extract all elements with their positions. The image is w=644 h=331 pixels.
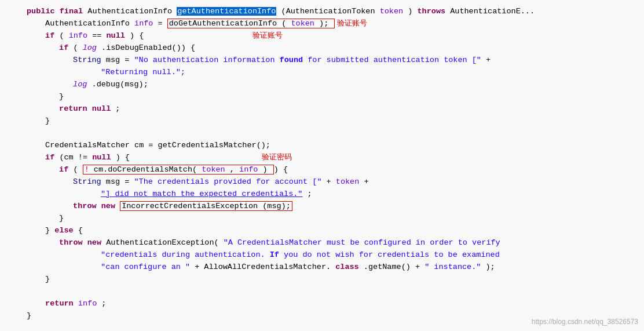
code-8: } (27, 91, 639, 103)
code-12: if (cm != null ) { 验证密码 (27, 152, 639, 164)
code-11: CredentialsMatcher cm = getCredentialsMa… (27, 140, 639, 152)
line-23: return info ; (0, 298, 644, 310)
line-7: log .debug(msg); (0, 79, 644, 91)
code-1: public final AuthenticationInfo getAuthe… (27, 6, 639, 18)
line-5: String msg = "No authentication informat… (0, 54, 644, 67)
line-blank1 (0, 128, 644, 140)
line-19: throw new AuthenticationException( "A Cr… (0, 237, 644, 249)
code-18: } else { (27, 225, 639, 237)
annotation-row: if ( info == null ) { 验证账号 (0, 30, 644, 42)
kw-final: final (60, 7, 83, 16)
line-1: public final AuthenticationInfo getAuthe… (0, 6, 644, 18)
line-18: } else { (0, 225, 644, 237)
line-10: } (0, 115, 644, 128)
code-block: public final AuthenticationInfo getAuthe… (0, 0, 644, 331)
annotation-1: 验证账号 (337, 19, 367, 28)
kw-public: public (27, 7, 55, 16)
code-15: "] did not match the expected credential… (27, 188, 639, 201)
line-17: } (0, 213, 644, 225)
code-4: if ( log .isDebugEnabled()) { (27, 42, 639, 54)
kw-throws: throws (418, 7, 446, 16)
line-4: if ( log .isDebugEnabled()) { (0, 42, 644, 54)
code-17: } (27, 213, 639, 225)
line-3: if ( info == null ) { 验证账号 (0, 30, 644, 42)
code-19: throw new AuthenticationException( "A Cr… (27, 237, 639, 249)
line-16: throw new IncorrectCredentialsException … (0, 201, 644, 213)
code-14: String msg = "The credentials provided f… (27, 176, 639, 188)
line-6: "Returning null."; (0, 67, 644, 79)
code-13: if ( ! cm.doCredentialsMatch( token , in… (27, 164, 639, 176)
code-20: "credentials during authentication. If y… (27, 249, 639, 261)
box-incorrect-creds: IncorrectCredentialsException (msg); (120, 201, 292, 211)
code-21: "can configure an " + AllowAllCredential… (27, 261, 639, 274)
box-doGet: doGetAuthenticationInfo ( token ); (167, 19, 335, 28)
line-9: return null ; (0, 103, 644, 115)
code-5: String msg = "No authentication informat… (27, 54, 639, 67)
line-13: if ( ! cm.doCredentialsMatch( token , in… (0, 164, 644, 176)
code-3: if ( info == null ) { 验证账号 (27, 30, 639, 42)
code-22: } (27, 274, 639, 286)
code-9: return null ; (27, 103, 639, 115)
method-name: getAuthenticationInfo (177, 7, 276, 16)
line-22: } (0, 274, 644, 286)
line-2: AuthenticationInfo info = doGetAuthentic… (0, 18, 644, 30)
annotation-verify-account: 验证账号 (253, 31, 283, 40)
code-23: return info ; (27, 298, 639, 310)
line-11: CredentialsMatcher cm = getCredentialsMa… (0, 140, 644, 152)
code-6: "Returning null."; (27, 67, 639, 79)
watermark: https://blog.csdn.net/qq_38526573 (532, 317, 638, 328)
code-16: throw new IncorrectCredentialsException … (27, 201, 639, 213)
line-20: "credentials during authentication. If y… (0, 249, 644, 261)
code-10: } (27, 115, 639, 128)
line-8: } (0, 91, 644, 103)
annotation-verify-password: 验证密码 (262, 153, 292, 162)
box-doCredentials: ! cm.doCredentialsMatch( token , info ) (83, 165, 274, 174)
code-2: AuthenticationInfo info = doGetAuthentic… (27, 18, 639, 30)
code-7: log .debug(msg); (27, 79, 639, 91)
line-12: if (cm != null ) { 验证密码 (0, 152, 644, 164)
line-14: String msg = "The credentials provided f… (0, 176, 644, 188)
line-21: "can configure an " + AllowAllCredential… (0, 261, 644, 274)
line-blank2 (0, 286, 644, 298)
line-15: "] did not match the expected credential… (0, 188, 644, 201)
